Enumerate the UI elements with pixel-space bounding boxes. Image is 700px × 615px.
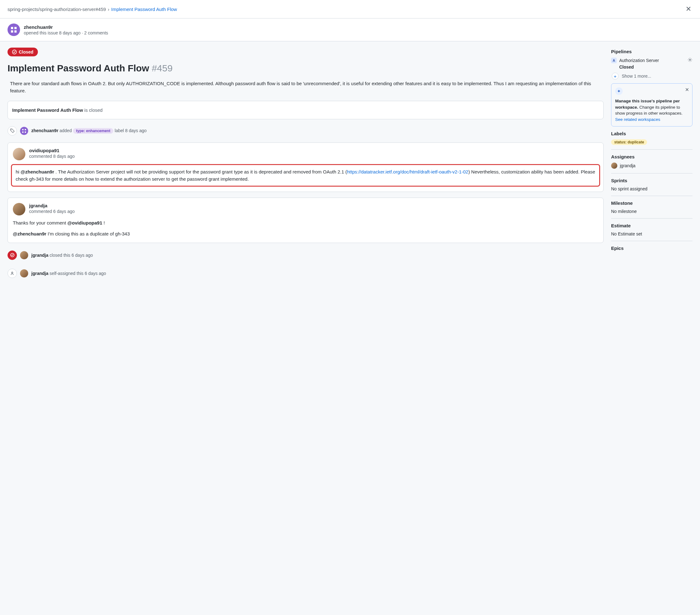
header-bar: spring-projects/spring-authorization-ser… bbox=[0, 0, 700, 19]
comment-text: ! bbox=[102, 220, 105, 225]
label-chip-enhancement[interactable]: type: enhancement bbox=[73, 128, 113, 134]
event-time: label 8 days ago bbox=[115, 128, 147, 133]
closed-box-title: Implement Password Auth Flow bbox=[12, 107, 83, 113]
callout-link[interactable]: See related workspaces bbox=[615, 117, 660, 122]
avatar[interactable] bbox=[13, 203, 25, 216]
comment-text: hi bbox=[16, 169, 21, 174]
svg-point-1 bbox=[11, 129, 12, 130]
workspace-badge: A bbox=[611, 58, 617, 63]
user-mention[interactable]: @zhenchuan9r bbox=[13, 231, 46, 236]
comment-time: commented 8 days ago bbox=[29, 154, 75, 159]
lightbulb-icon: ✦ bbox=[615, 87, 623, 95]
status-badge: Closed bbox=[8, 48, 38, 57]
status-text: Closed bbox=[19, 49, 34, 54]
comment-text: I'm closing this as a duplicate of gh-34… bbox=[46, 231, 129, 236]
opener-sub: opened this issue 8 days ago2 comments bbox=[24, 30, 108, 35]
comment-card: jgrandja commented 6 days ago Thanks for… bbox=[8, 198, 603, 243]
issue-description: There are four standard auth flows in OA… bbox=[8, 80, 603, 95]
user-mention[interactable]: @ovidiupopa91 bbox=[67, 220, 102, 225]
pipeline-callout: ✕ ✦ Manage this issue's pipeline per wor… bbox=[611, 83, 692, 126]
closed-event-icon bbox=[8, 250, 17, 260]
event-action: added bbox=[60, 128, 72, 133]
sidebar-heading-labels: Labels bbox=[611, 131, 692, 136]
tag-icon bbox=[8, 126, 17, 136]
comment-author[interactable]: ovidiupopa91 bbox=[29, 148, 75, 153]
avatar[interactable] bbox=[20, 251, 28, 259]
label-event-row: zhenchuan9r added type: enhancement labe… bbox=[8, 124, 603, 137]
opener-row: zhenchuan9r opened this issue 8 days ago… bbox=[0, 19, 700, 41]
event-actor[interactable]: jgrandja bbox=[31, 253, 48, 258]
avatar bbox=[611, 162, 617, 169]
comment-body: Thanks for your comment @ovidiupopa91 ! … bbox=[13, 219, 598, 238]
comment-count: 2 comments bbox=[84, 30, 108, 35]
person-icon bbox=[8, 269, 17, 278]
event-actor[interactable]: zhenchuan9r bbox=[31, 128, 58, 133]
avatar[interactable] bbox=[20, 127, 28, 135]
assignee-name: jgrandja bbox=[620, 163, 636, 168]
pipeline-status[interactable]: Closed bbox=[619, 64, 692, 70]
breadcrumb-repo[interactable]: spring-projects/spring-authorization-ser… bbox=[8, 7, 106, 12]
breadcrumb-current[interactable]: Implement Password Auth Flow bbox=[111, 7, 177, 12]
closed-box-suffix: is closed bbox=[84, 107, 102, 113]
comment-time: commented 6 days ago bbox=[29, 209, 75, 214]
close-icon[interactable]: ✕ bbox=[685, 86, 689, 93]
sidebar-heading-assignees: Assignees bbox=[611, 154, 692, 159]
avatar[interactable] bbox=[13, 148, 25, 160]
closed-summary-box: Implement Password Auth Flow is closed bbox=[8, 101, 603, 119]
sprints-value: No sprint assigned bbox=[611, 186, 692, 191]
gear-icon[interactable] bbox=[687, 57, 692, 63]
avatar[interactable] bbox=[20, 269, 28, 278]
event-actor[interactable]: jgrandja bbox=[31, 271, 48, 276]
opener-username[interactable]: zhenchuan9r bbox=[24, 24, 108, 30]
svg-point-3 bbox=[12, 272, 13, 273]
sidebar-heading-epics: Epics bbox=[611, 246, 692, 251]
sidebar-heading-pipelines: Pipelines bbox=[611, 49, 692, 54]
event-text: closed this 6 days ago bbox=[49, 253, 93, 258]
show-more-link[interactable]: Show 1 more... bbox=[622, 74, 651, 78]
milestone-value: No milestone bbox=[611, 209, 692, 214]
estimate-value: No Estimate set bbox=[611, 231, 692, 236]
external-link[interactable]: https://datatracker.ietf.org/doc/html/dr… bbox=[347, 169, 468, 174]
comment-text: Thanks for your comment bbox=[13, 220, 67, 225]
opened-time: opened this issue 8 days ago bbox=[24, 30, 80, 35]
event-text: self-assigned this 6 days ago bbox=[49, 271, 106, 276]
sidebar-heading-milestone: Milestone bbox=[611, 200, 692, 206]
avatar[interactable] bbox=[8, 24, 20, 36]
user-mention[interactable]: @zhenchuan9r bbox=[21, 169, 54, 174]
sidebar-heading-sprints: Sprints bbox=[611, 178, 692, 183]
svg-point-4 bbox=[689, 59, 691, 60]
breadcrumb: spring-projects/spring-authorization-ser… bbox=[8, 7, 177, 12]
sidebar-heading-estimate: Estimate bbox=[611, 223, 692, 228]
pipeline-workspace-name[interactable]: Authorization Server bbox=[619, 58, 685, 63]
issue-title: Implement Password Auth Flow #459 bbox=[8, 62, 603, 74]
issue-number: #459 bbox=[152, 63, 173, 73]
closed-check-icon bbox=[12, 49, 17, 54]
comment-text: . The Authorization Server project will … bbox=[54, 169, 347, 174]
plus-icon[interactable]: + bbox=[612, 73, 618, 79]
close-icon[interactable]: ✕ bbox=[684, 4, 692, 14]
chevron-right-icon: › bbox=[108, 7, 109, 12]
close-event-row: jgrandja closed this 6 days ago bbox=[8, 249, 603, 262]
comment-body-highlighted: hi @zhenchuan9r . The Authorization Serv… bbox=[11, 164, 600, 187]
label-chip-duplicate[interactable]: status: duplicate bbox=[611, 139, 647, 145]
title-text: Implement Password Auth Flow bbox=[8, 63, 149, 73]
comment-author[interactable]: jgrandja bbox=[29, 203, 75, 208]
assign-event-row: jgrandja self-assigned this 6 days ago bbox=[8, 267, 603, 280]
assignee-row[interactable]: jgrandja bbox=[611, 162, 692, 169]
comment-card: ovidiupopa91 commented 8 days ago hi @zh… bbox=[8, 143, 603, 192]
